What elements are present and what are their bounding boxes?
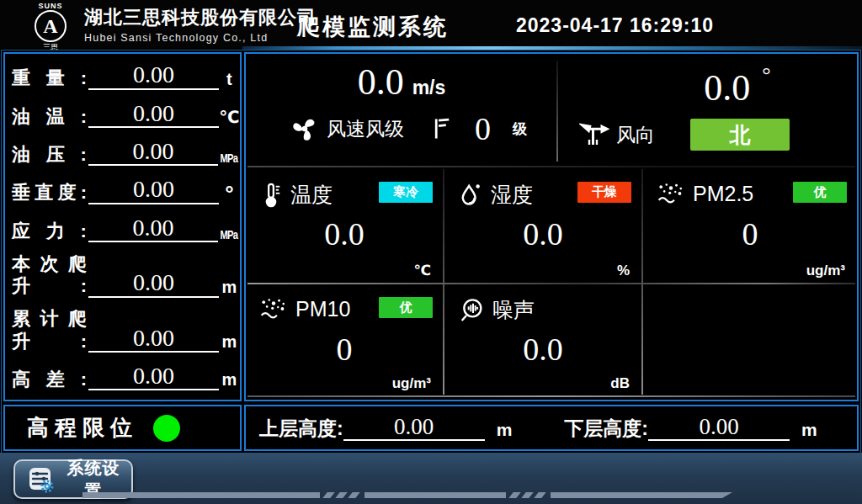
wind-direction-section: 0.0° 风向 北 — [559, 54, 857, 166]
company-name: 湖北三思科技股份有限公司 Hubei Sansi Technology Co.,… — [84, 5, 317, 44]
page-title: 爬模监测系统 — [297, 12, 449, 42]
lower-height-label: 下层高度: — [564, 416, 648, 441]
pm25-status-badge: 优 — [793, 182, 847, 203]
thermometer-icon — [259, 182, 283, 209]
temperature-header: 温度 寒冷 — [246, 169, 443, 209]
datetime-display: 2023-04-17 16:29:10 — [516, 14, 714, 37]
wind-level-flag-icon — [429, 116, 453, 141]
noise-value: 0.0 — [444, 333, 641, 365]
wind-speed-unit: m/s — [412, 77, 446, 98]
wind-speed-label: 风速风级 — [327, 116, 404, 142]
droplet-icon — [458, 182, 483, 209]
noise-monitor-icon — [458, 297, 485, 324]
pm10-status-badge: 优 — [379, 297, 433, 318]
lower-height-value: 0.00 — [648, 415, 790, 440]
noise-cell: 噪声 0.0 dB — [444, 284, 641, 395]
humidity-cell: 湿度 干燥 0.0 % — [444, 169, 641, 283]
measure-value: 0.00 — [88, 62, 219, 89]
wind-level-value: 0 — [475, 113, 491, 145]
pm10-header: PM10 优 — [246, 284, 443, 321]
wind-direction-value: 0.0 — [704, 67, 750, 109]
lower-height-group: 下层高度: 0.00 m — [564, 415, 817, 440]
wind-direction-indicator: 北 — [690, 119, 790, 151]
pm25-value: 0 — [643, 218, 857, 250]
humidity-value: 0.0 — [444, 218, 641, 250]
header-divider — [242, 46, 862, 50]
measure-value: 0.00 — [88, 363, 219, 390]
pm25-cell: PM2.5 优 0 ug/m³ — [643, 169, 857, 283]
measure-unit: ° — [219, 183, 240, 204]
pm10-unit: ug/m³ — [392, 375, 431, 392]
measure-label: 应 力 : — [12, 220, 87, 242]
measure-row-oil-temp: 油 温 : 0.00 ℃ — [5, 101, 240, 128]
measure-label: 累计爬升: — [12, 308, 87, 353]
measure-row-weight: 重 量 : 0.00 t — [5, 62, 240, 89]
wind-speed-section: 0.0m/s 风速风级 0 级 — [246, 54, 557, 166]
pm25-label: PM2.5 — [693, 182, 753, 206]
measure-row-total-climb: 累计爬升: 0.00 m — [5, 308, 240, 353]
measure-label: 油 压 : — [12, 144, 87, 166]
noise-label: 噪声 — [492, 296, 535, 324]
wind-direction-label: 风向 — [616, 122, 655, 148]
pm10-cell: PM10 优 0 ug/m³ — [246, 284, 443, 395]
upper-height-group: 上层高度: 0.00 m — [259, 415, 512, 440]
humidity-unit: % — [617, 263, 630, 279]
measure-row-height-diff: 高 差 : 0.00 m — [5, 363, 240, 390]
layer-heights-panel: 上层高度: 0.00 m 下层高度: 0.00 m — [244, 405, 859, 451]
measure-row-stress: 应 力 : 0.00 MPa — [5, 215, 240, 242]
humidity-header: 湿度 干燥 — [444, 169, 641, 209]
wind-direction-display: 0.0° — [559, 64, 857, 107]
grid-bottom-divider — [247, 395, 855, 397]
measure-value: 0.00 — [88, 101, 219, 128]
company-name-en: Hubei Sansi Technology Co., Ltd — [84, 32, 317, 44]
measure-row-current-climb: 本次爬升: 0.00 m — [5, 253, 240, 298]
logo-top-text: SUNS — [24, 2, 77, 10]
measure-value: 0.00 — [88, 270, 219, 297]
header-bar: SUNS A 三思 湖北三思科技股份有限公司 Hubei Sansi Techn… — [0, 0, 862, 48]
measurement-panel: 重 量 : 0.00 t 油 温 : 0.00 ℃ 油 压 : 0.00 MPa… — [3, 52, 242, 401]
measure-label: 本次爬升: — [12, 253, 87, 298]
measure-label: 油 温 : — [12, 106, 87, 128]
temperature-label: 温度 — [290, 181, 333, 209]
elevation-limit-panel: 高程限位 — [3, 405, 242, 451]
wind-grid-divider — [247, 166, 855, 167]
environment-panel: 0.0m/s 风速风级 0 级 — [244, 52, 859, 401]
wind-speed-value: 0.0 — [358, 61, 404, 103]
temperature-cell: 温度 寒冷 0.0 ℃ — [246, 169, 443, 283]
elevation-limit-label: 高程限位 — [27, 413, 138, 443]
empty-cell — [643, 284, 857, 395]
elevation-limit-status-indicator — [153, 415, 180, 442]
logo-mark-icon: A — [35, 10, 67, 42]
lower-height-unit: m — [801, 419, 817, 440]
wind-level-row: 风速风级 0 级 — [246, 113, 557, 145]
hmi-screen: { "header": { "logo_top": "SUNS", "logo_… — [0, 0, 862, 504]
settings-sliders-gear-icon — [27, 465, 56, 494]
company-logo: SUNS A 三思 — [24, 2, 77, 53]
dust-particles-icon — [657, 181, 685, 206]
humidity-status-badge: 干燥 — [577, 182, 631, 203]
measure-row-oil-pressure: 油 压 : 0.00 MPa — [5, 139, 240, 166]
wind-speed-display: 0.0m/s — [246, 64, 557, 101]
wind-direction-row: 风向 北 — [559, 119, 857, 151]
pm25-header: PM2.5 优 — [643, 169, 857, 206]
measure-value: 0.00 — [88, 177, 219, 204]
measure-label: 重 量 : — [12, 67, 87, 89]
company-name-cn: 湖北三思科技股份有限公司 — [84, 5, 317, 30]
measure-value: 0.00 — [88, 326, 219, 353]
noise-header: 噪声 — [444, 284, 641, 324]
upper-height-label: 上层高度: — [259, 416, 343, 441]
measure-unit: t — [219, 68, 240, 90]
pm10-label: PM10 — [295, 297, 350, 321]
footer-bar: 系统设置 — [0, 453, 862, 504]
noise-unit: dB — [610, 375, 630, 392]
wind-direction-unit: ° — [762, 62, 770, 87]
dust-particles-icon — [259, 296, 288, 321]
temperature-unit: ℃ — [413, 262, 431, 279]
pm25-unit: ug/m³ — [806, 263, 845, 279]
measure-row-verticality: 垂直度: 0.00 ° — [5, 177, 240, 204]
temperature-value: 0.0 — [246, 218, 443, 250]
measure-unit: ℃ — [219, 106, 240, 128]
measure-value: 0.00 — [88, 139, 218, 166]
fan-icon — [290, 114, 320, 144]
humidity-label: 湿度 — [491, 181, 533, 209]
